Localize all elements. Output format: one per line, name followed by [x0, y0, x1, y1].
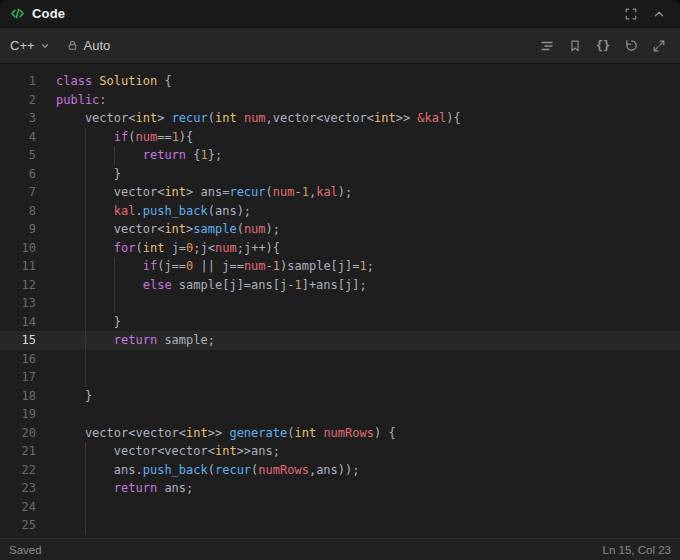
indent-guide [114, 257, 115, 276]
indent-guide [85, 498, 86, 517]
code-line[interactable]: 7 vector<int> ans=recur(num-1,kal); [0, 183, 680, 202]
code-line-text: } [56, 387, 680, 406]
fit-screen-button[interactable] [620, 3, 642, 25]
line-number: 17 [0, 368, 36, 387]
code-line-text: return ans; [56, 479, 680, 498]
line-number: 21 [0, 442, 36, 461]
line-number: 20 [0, 424, 36, 443]
bookmark-button[interactable] [564, 35, 586, 57]
code-line[interactable]: 15 return sample; [0, 331, 680, 350]
code-line[interactable]: 25 [0, 516, 680, 535]
language-selector[interactable]: C++ [10, 38, 50, 53]
panel-title: Code [32, 6, 65, 21]
code-line-text: for(int j=0;j<num;j++){ [56, 239, 680, 258]
code-line[interactable]: 12 else sample[j]=ans[j-1]+ans[j]; [0, 276, 680, 295]
reset-icon [624, 38, 639, 53]
collapse-panel-button[interactable] [648, 3, 670, 25]
toolbar-left: C++ Auto [10, 38, 110, 53]
code-area[interactable]: 1class Solution {2public:3 vector<int> r… [0, 64, 680, 538]
code-line[interactable]: 5 return {1}; [0, 146, 680, 165]
code-line[interactable]: 6 } [0, 165, 680, 184]
code-line[interactable]: 17 [0, 368, 680, 387]
code-line[interactable]: 24 [0, 498, 680, 517]
code-line[interactable]: 16 [0, 350, 680, 369]
indent-guide [85, 313, 86, 332]
indent-guide [85, 516, 86, 535]
line-number: 1 [0, 72, 36, 91]
indent-guide [85, 183, 86, 202]
code-line-text: vector<int> ans=recur(num-1,kal); [56, 183, 680, 202]
code-line-text: if(num==1){ [56, 128, 680, 147]
autocomplete-label: Auto [84, 38, 111, 53]
line-number: 23 [0, 479, 36, 498]
indent-guide [85, 257, 86, 276]
code-line-text: class Solution { [56, 72, 680, 91]
code-line[interactable]: 18 } [0, 387, 680, 406]
code-panel: Code [0, 0, 680, 560]
line-number: 18 [0, 387, 36, 406]
code-line-text [56, 368, 680, 387]
panel-header: Code [0, 0, 680, 28]
code-line[interactable]: 21 vector<vector<int>>ans; [0, 442, 680, 461]
code-line[interactable]: 22 ans.push_back(recur(numRows,ans)); [0, 461, 680, 480]
code-line[interactable]: 10 for(int j=0;j<num;j++){ [0, 239, 680, 258]
indent-guide [114, 294, 115, 313]
indent-guide [85, 461, 86, 480]
code-line-text: } [56, 313, 680, 332]
save-status: Saved [9, 544, 42, 556]
line-number: 7 [0, 183, 36, 202]
indent-guide [85, 239, 86, 258]
code-line[interactable]: 14 } [0, 313, 680, 332]
code-line-text [56, 350, 680, 369]
indent-guide [85, 128, 86, 147]
line-number: 14 [0, 313, 36, 332]
indent-guide [85, 368, 86, 387]
line-number: 2 [0, 91, 36, 110]
indent-guide [85, 276, 86, 295]
indent-guide [85, 165, 86, 184]
code-line-text: ans.push_back(recur(numRows,ans)); [56, 461, 680, 480]
line-number: 9 [0, 220, 36, 239]
code-line[interactable]: 13 [0, 294, 680, 313]
code-line-text [56, 294, 680, 313]
editor-toolbar: C++ Auto [0, 28, 680, 64]
code-line[interactable]: 3 vector<int> recur(int num,vector<vecto… [0, 109, 680, 128]
lock-icon [66, 39, 79, 52]
status-bar: Saved Ln 15, Col 23 [0, 538, 680, 560]
line-number: 3 [0, 109, 36, 128]
line-number: 11 [0, 257, 36, 276]
code-line-text [56, 498, 680, 517]
format-icon [539, 38, 555, 54]
code-line-text: if(j==0 || j==num-1)sample[j]=1; [56, 257, 680, 276]
code-line[interactable]: 2public: [0, 91, 680, 110]
code-line[interactable]: 8 kal.push_back(ans); [0, 202, 680, 221]
code-line[interactable]: 1class Solution { [0, 72, 680, 91]
line-number: 24 [0, 498, 36, 517]
indent-guide [85, 220, 86, 239]
chevron-up-icon [652, 7, 666, 21]
line-number: 16 [0, 350, 36, 369]
fullscreen-button[interactable] [648, 35, 670, 57]
autocomplete-toggle[interactable]: Auto [66, 38, 111, 53]
line-number: 12 [0, 276, 36, 295]
code-line[interactable]: 11 if(j==0 || j==num-1)sample[j]=1; [0, 257, 680, 276]
code-line[interactable]: 19 [0, 405, 680, 424]
line-number: 6 [0, 165, 36, 184]
code-line-text: vector<int> recur(int num,vector<vector<… [56, 109, 680, 128]
code-line[interactable]: 23 return ans; [0, 479, 680, 498]
code-line[interactable]: 4 if(num==1){ [0, 128, 680, 147]
language-label: C++ [10, 38, 35, 53]
reset-code-button[interactable] [620, 35, 642, 57]
chevron-down-icon [40, 41, 50, 51]
code-line[interactable]: 20 vector<vector<int>> generate(int numR… [0, 424, 680, 443]
indent-guide [85, 331, 86, 350]
format-code-button[interactable] [536, 35, 558, 57]
code-line[interactable]: 9 vector<int>sample(num); [0, 220, 680, 239]
line-number: 22 [0, 461, 36, 480]
line-number: 13 [0, 294, 36, 313]
indent-guide [85, 146, 86, 165]
code-line-text: public: [56, 91, 680, 110]
shortcuts-button[interactable]: {} [592, 35, 614, 57]
fullscreen-icon [652, 39, 666, 53]
line-number: 4 [0, 128, 36, 147]
